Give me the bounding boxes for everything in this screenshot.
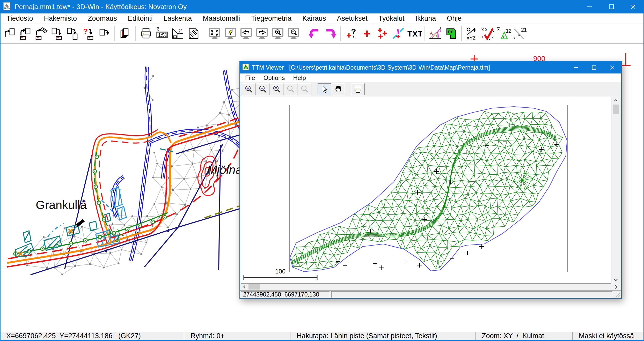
menu-item-kairaus[interactable]: Kairaus [297, 13, 332, 24]
ttm-menubar: FileOptionsHelp [240, 73, 621, 82]
ttm-zoom-extents-icon[interactable] [270, 83, 283, 95]
scroll-left-icon[interactable] [241, 284, 248, 290]
ttm-zoom-in-icon[interactable] [242, 83, 255, 95]
triangle-model-icon[interactable]: x x 12 [496, 25, 511, 42]
svg-text:m²: m² [448, 29, 453, 34]
minimize-button[interactable] [579, 0, 601, 13]
close-button[interactable] [622, 0, 644, 13]
save-file-icon[interactable] [49, 25, 65, 42]
save-as-icon[interactable] [65, 25, 80, 42]
scroll-thumb[interactable] [248, 284, 260, 290]
ttm-titlebar[interactable]: TTM Viewer - [C:\Users\petri.kaihia\Docu… [240, 62, 621, 73]
main-menubar: TiedostoHakemistoZoomausEditointiLaskent… [0, 13, 644, 24]
save-simple-icon[interactable] [96, 25, 112, 42]
model-boundary [290, 107, 567, 272]
zoom-all-icon[interactable] [207, 25, 222, 42]
menu-item-maastomalli[interactable]: Maastomalli [197, 13, 245, 24]
ttm-window-title: TTM Viewer - [C:\Users\petri.kaihia\Docu… [252, 64, 490, 71]
menu-item-ohje[interactable]: Ohje [441, 13, 467, 24]
ttm-zoom-disabled-icon [298, 83, 311, 95]
toolbar-separator [114, 26, 115, 41]
ttm-maximize-button[interactable] [585, 62, 603, 73]
status-zoom-mode: Zoom: XY / Kulmat [475, 332, 572, 340]
ttm-canvas[interactable]: 100 [241, 97, 611, 284]
ttm-toolbar [240, 82, 621, 96]
add-point-icon[interactable] [359, 25, 375, 42]
text-tool-icon[interactable]: TXT [406, 25, 422, 42]
menu-item-tiedosto[interactable]: Tiedosto [1, 13, 39, 24]
resize-grip[interactable] [614, 291, 621, 298]
ttm-zoom-out-icon[interactable] [256, 83, 269, 95]
maximize-button[interactable] [601, 0, 622, 13]
main-toolbar: ? x 1:50 [0, 24, 644, 43]
svg-text:TXT: TXT [407, 29, 422, 38]
toolbar-separator [135, 26, 136, 41]
menu-item-laskenta[interactable]: Laskenta [158, 13, 197, 24]
hatch-document-icon[interactable] [186, 25, 201, 42]
menu-item-asetukset[interactable]: Asetukset [332, 13, 373, 24]
point-count-icon[interactable]: x x 21 [511, 25, 527, 42]
survey-plus-marks [336, 136, 559, 270]
xyz-calc-icon[interactable]: XYZ [464, 25, 480, 42]
area-calc-icon[interactable]: m² [443, 25, 459, 42]
zoom-previous-icon[interactable] [222, 25, 238, 42]
undo-icon[interactable] [306, 25, 322, 42]
redo-icon[interactable] [322, 25, 338, 42]
pan-left-icon[interactable] [238, 25, 254, 42]
scroll-right-icon[interactable] [612, 284, 620, 290]
ttm-status-coordinates: 27443902,450, 6697170,130 [241, 291, 330, 298]
print-icon[interactable] [138, 25, 154, 42]
scroll-thumb[interactable] [613, 105, 619, 114]
svg-text:21: 21 [521, 27, 527, 33]
scroll-down-icon[interactable] [612, 276, 620, 284]
ttm-vertical-scrollbar[interactable] [612, 97, 620, 284]
open-hatch-icon[interactable] [33, 25, 49, 42]
status-group: Ryhmä: 0+ [184, 332, 290, 340]
menu-item-hakemisto[interactable]: Hakemisto [39, 13, 83, 24]
ttm-select-cursor-icon[interactable] [318, 83, 331, 95]
ttm-pan-hand-icon[interactable] [332, 83, 345, 95]
scalebar: 100 [244, 268, 317, 280]
svg-text:?: ? [83, 27, 88, 35]
ttm-minimize-button[interactable] [567, 62, 585, 73]
ttm-menu-item-help[interactable]: Help [289, 73, 310, 82]
ttm-print-icon[interactable] [351, 83, 365, 95]
window-title: Pernaja.mm1.tdw* - 3D-Win - Käyttöoikeus… [14, 3, 187, 11]
svg-text:A: A [430, 31, 433, 35]
menu-item-zoomaus[interactable]: Zoomaus [82, 13, 122, 24]
scroll-up-icon[interactable] [612, 97, 620, 104]
save-query-icon[interactable]: ? [80, 25, 96, 42]
pan-right-icon[interactable] [254, 25, 270, 42]
ttm-app-icon [242, 63, 249, 72]
ttm-status-message [331, 291, 612, 298]
ttm-statusbar: 27443902,450, 6697170,130 [240, 290, 621, 298]
menu-item-tiegeometria[interactable]: Tiegeometria [245, 13, 297, 24]
angle-calc-icon[interactable]: A B α [427, 25, 443, 42]
point-query-icon[interactable]: ? [343, 25, 359, 42]
scalebar-label: 100 [275, 268, 286, 275]
ttm-menu-item-options[interactable]: Options [259, 73, 289, 82]
status-coordinates: X=6697062.425 Y=27444113.186 (GK27) [0, 332, 184, 340]
ttm-zoom-disabled-icon [284, 83, 297, 95]
zoom-in-icon[interactable] [270, 25, 286, 42]
check-points-icon[interactable]: x x x [480, 25, 496, 42]
menu-item-tykalut[interactable]: Työkalut [373, 13, 410, 24]
ttm-close-button[interactable] [603, 62, 621, 73]
status-search-mode: Hakutapa: Lähin piste (Samat pisteet, Te… [290, 332, 475, 340]
ttm-menu-item-file[interactable]: File [241, 73, 259, 82]
file-manager-icon[interactable] [117, 25, 133, 42]
open-format-icon[interactable] [17, 25, 33, 42]
zoom-out-icon[interactable] [286, 25, 301, 42]
menu-item-editointi[interactable]: Editointi [122, 13, 158, 24]
format-manager-icon[interactable] [170, 25, 186, 42]
map-label-grankulla: Grankulla [36, 198, 87, 212]
ttm-horizontal-scrollbar[interactable] [241, 284, 620, 290]
menu-item-ikkuna[interactable]: Ikkuna [410, 13, 442, 24]
open-file-icon[interactable] [2, 25, 17, 42]
app-icon [3, 2, 11, 12]
add-points-icon[interactable] [375, 25, 391, 42]
edit-line-icon[interactable] [391, 25, 406, 42]
toolbar-separator [304, 26, 304, 41]
scale-setting-icon[interactable]: x 1:50 [154, 25, 170, 42]
tin-mesh-green [291, 111, 563, 269]
